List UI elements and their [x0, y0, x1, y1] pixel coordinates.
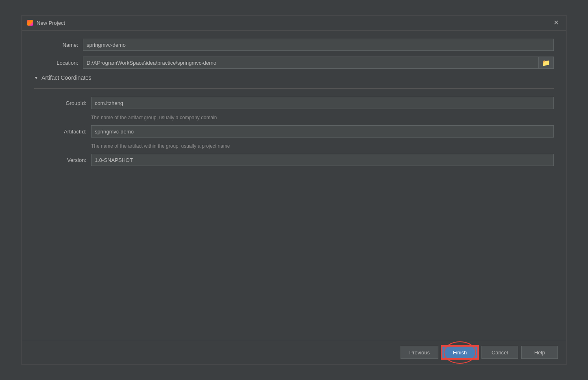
version-input-wrapper	[91, 154, 554, 166]
version-label: Version:	[42, 157, 91, 163]
finish-circle-wrapper: Finish	[442, 346, 478, 359]
section-divider	[34, 88, 554, 89]
dialog-title: New Project	[37, 20, 551, 26]
name-row: Name:	[34, 39, 554, 51]
location-label: Location:	[34, 60, 83, 66]
artifact-section-title: Artifact Coordinates	[41, 74, 91, 81]
version-input[interactable]	[91, 154, 554, 166]
finish-button[interactable]: Finish	[442, 346, 478, 359]
dialog-footer: Previous Finish Cancel Help	[22, 340, 566, 365]
group-id-row: GroupId:	[42, 97, 554, 109]
cancel-button[interactable]: Cancel	[481, 346, 518, 359]
location-row: Location: 📁	[34, 57, 554, 69]
collapse-triangle-icon[interactable]: ▼	[34, 76, 38, 80]
browse-button[interactable]: 📁	[538, 57, 554, 69]
group-id-hint: The name of the artifact group, usually …	[91, 115, 554, 120]
app-icon	[27, 20, 33, 26]
version-row: Version:	[42, 154, 554, 166]
group-id-input-wrapper	[91, 97, 554, 109]
location-input-wrapper: 📁	[83, 57, 554, 69]
name-label: Name:	[34, 42, 83, 48]
dialog-content: Name: Location: 📁 ▼ Artifact Coordinates	[22, 31, 566, 340]
folder-icon: 📁	[542, 59, 550, 67]
group-id-input[interactable]	[91, 97, 554, 109]
title-bar: New Project ✕	[22, 15, 566, 31]
artifact-id-input-wrapper	[91, 125, 554, 138]
new-project-dialog: New Project ✕ Name: Location: 📁 ▼	[22, 15, 566, 365]
group-id-label: GroupId:	[42, 100, 91, 106]
artifact-section-header: ▼ Artifact Coordinates	[34, 74, 554, 81]
name-input[interactable]	[83, 39, 554, 51]
artifact-section-body: GroupId: The name of the artifact group,…	[34, 97, 554, 166]
artifact-id-row: ArtifactId:	[42, 125, 554, 138]
location-input[interactable]	[83, 57, 539, 69]
help-button[interactable]: Help	[521, 346, 558, 359]
artifact-id-hint: The name of the artifact within the grou…	[91, 143, 554, 149]
artifact-id-input[interactable]	[91, 125, 554, 138]
artifact-id-label: ArtifactId:	[42, 129, 91, 135]
name-input-wrapper	[83, 39, 554, 51]
artifact-coordinates-section: ▼ Artifact Coordinates GroupId: The name…	[34, 74, 554, 166]
previous-button[interactable]: Previous	[401, 346, 438, 359]
close-button[interactable]: ✕	[551, 19, 561, 27]
